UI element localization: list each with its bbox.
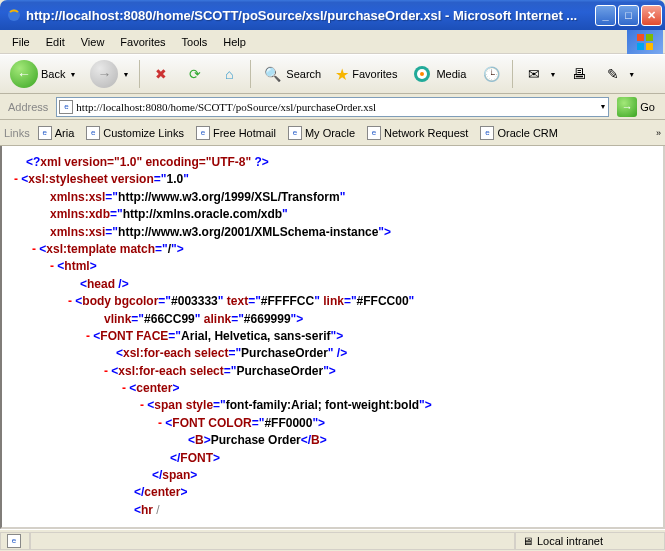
media-icon [411,63,433,85]
home-icon: ⌂ [218,63,240,85]
link-network[interactable]: eNetwork Request [363,126,472,140]
separator [512,60,513,88]
favorites-button[interactable]: ★ Favorites [331,62,403,87]
mail-button[interactable]: ✉▼ [519,60,560,88]
separator [139,60,140,88]
link-customize[interactable]: eCustomize Links [82,126,188,140]
menu-tools[interactable]: Tools [174,33,216,51]
address-input[interactable] [76,101,595,113]
ie-icon [6,7,22,23]
svg-point-7 [420,72,424,76]
back-button[interactable]: ← Back ▼ [6,57,82,91]
address-input-wrapper[interactable]: e ▼ [56,97,609,117]
throbber-icon [627,30,663,54]
print-button[interactable]: 🖶 [564,60,594,88]
edit-icon: ✎ [602,63,624,85]
window-controls: _ □ ✕ [595,5,662,26]
maximize-button[interactable]: □ [618,5,639,26]
print-icon: 🖶 [568,63,590,85]
links-bar: Links eAria eCustomize Links eFree Hotma… [0,120,665,146]
status-done: e [0,532,30,550]
forward-icon: → [90,60,118,88]
status-text [30,532,515,550]
svg-rect-1 [637,34,644,41]
titlebar: http://localhost:8080/home/SCOTT/poSourc… [0,0,665,30]
svg-rect-3 [637,43,644,50]
stop-icon: ✖ [150,63,172,85]
address-bar: Address e ▼ → Go [0,94,665,120]
minimize-button[interactable]: _ [595,5,616,26]
refresh-icon: ⟳ [184,63,206,85]
forward-button[interactable]: → ▼ [86,57,133,91]
search-button[interactable]: 🔍 Search [257,60,327,88]
page-icon: e [86,126,100,140]
menu-help[interactable]: Help [215,33,254,51]
page-icon: e [38,126,52,140]
toolbar: ← Back ▼ → ▼ ✖ ⟳ ⌂ 🔍 Search ★ Favorites … [0,54,665,94]
window-title: http://localhost:8080/home/SCOTT/poSourc… [26,8,595,23]
edit-button[interactable]: ✎▼ [598,60,639,88]
xml-tree: <?xml version="1.0" encoding="UTF-8" ?> … [2,146,663,527]
page-icon: e [7,534,21,548]
link-oracle[interactable]: eMy Oracle [284,126,359,140]
chevron-down-icon: ▼ [69,71,76,78]
search-icon: 🔍 [261,63,283,85]
history-button[interactable]: 🕒 [476,60,506,88]
link-aria[interactable]: eAria [34,126,79,140]
chevron-right-icon[interactable]: » [656,128,661,138]
separator [250,60,251,88]
menu-edit[interactable]: Edit [38,33,73,51]
star-icon: ★ [335,65,349,84]
menu-view[interactable]: View [73,33,113,51]
refresh-button[interactable]: ⟳ [180,60,210,88]
menu-favorites[interactable]: Favorites [112,33,173,51]
home-button[interactable]: ⌂ [214,60,244,88]
link-hotmail[interactable]: eFree Hotmail [192,126,280,140]
go-button[interactable]: → Go [613,94,661,120]
history-icon: 🕒 [480,63,502,85]
chevron-down-icon: ▼ [628,71,635,78]
page-icon: e [288,126,302,140]
intranet-icon: 🖥 [522,535,533,547]
menubar: File Edit View Favorites Tools Help [0,30,665,54]
stop-button[interactable]: ✖ [146,60,176,88]
page-icon: e [367,126,381,140]
content-area[interactable]: <?xml version="1.0" encoding="UTF-8" ?> … [0,146,665,529]
search-label: Search [286,68,321,80]
go-icon: → [617,97,637,117]
media-label: Media [436,68,466,80]
svg-rect-4 [646,43,653,50]
back-icon: ← [10,60,38,88]
svg-rect-2 [646,34,653,41]
chevron-down-icon: ▼ [122,71,129,78]
close-button[interactable]: ✕ [641,5,662,26]
back-label: Back [41,68,65,80]
address-label: Address [4,101,52,113]
links-label: Links [4,127,30,139]
menu-file[interactable]: File [4,33,38,51]
page-icon: e [196,126,210,140]
media-button[interactable]: Media [407,60,472,88]
mail-icon: ✉ [523,63,545,85]
chevron-down-icon: ▼ [549,71,556,78]
favorites-label: Favorites [352,68,397,80]
link-crm[interactable]: eOracle CRM [476,126,562,140]
page-icon: e [59,100,73,114]
go-label: Go [640,101,655,113]
statusbar: e 🖥 Local intranet [0,529,665,551]
status-zone: 🖥 Local intranet [515,532,665,550]
page-icon: e [480,126,494,140]
chevron-down-icon[interactable]: ▼ [599,103,606,110]
